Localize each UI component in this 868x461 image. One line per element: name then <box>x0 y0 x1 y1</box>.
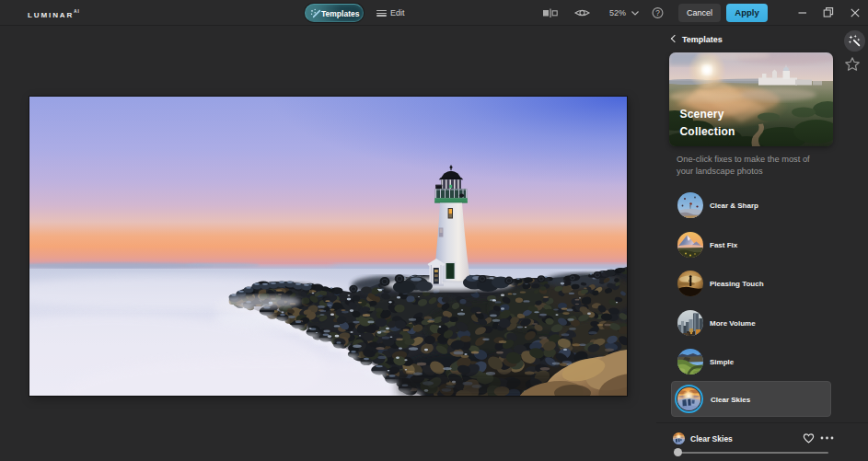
svg-text:?: ? <box>655 9 660 17</box>
